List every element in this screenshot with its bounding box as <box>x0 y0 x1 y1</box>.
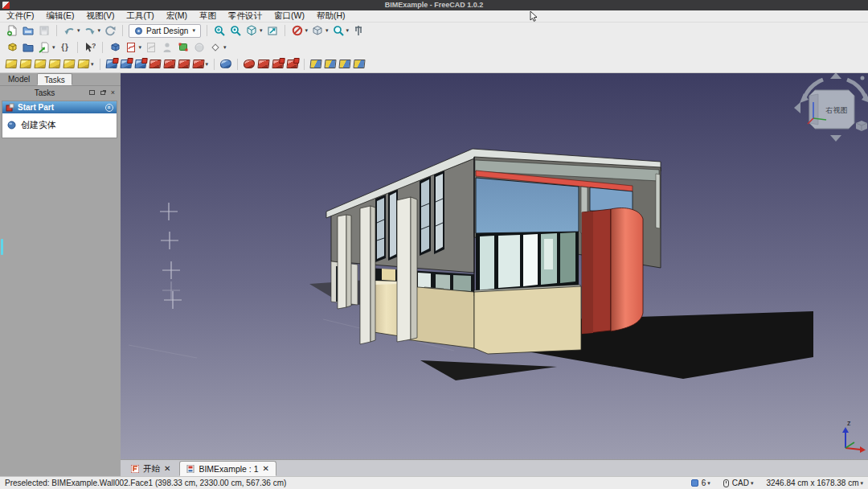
pad-icon[interactable] <box>5 60 17 68</box>
additive-primitive-icon[interactable] <box>77 60 89 68</box>
freecad-icon <box>131 465 139 473</box>
tab-tasks[interactable]: Tasks <box>37 73 72 85</box>
window-title: BIMExample - FreeCAD 1.0.2 <box>0 0 868 10</box>
create-body-icon[interactable] <box>108 41 121 54</box>
pocket-icon[interactable] <box>105 60 117 68</box>
toolbar-separator <box>102 42 103 53</box>
chevron-down-icon[interactable]: ▾ <box>346 27 350 34</box>
group-icon[interactable] <box>22 41 35 54</box>
subtractive-sweep-icon[interactable] <box>163 60 175 68</box>
chevron-down-icon[interactable]: ▾ <box>305 27 309 34</box>
whats-this-icon[interactable]: ? <box>84 41 96 54</box>
menu-windows[interactable]: 窗口(W) <box>274 10 305 22</box>
tab-start-page[interactable]: 开始 ✕ <box>125 461 177 476</box>
chevron-down-icon[interactable]: ▾ <box>206 61 209 68</box>
create-solid-label: 创建实体 <box>21 119 56 131</box>
view-dimensions-indicator[interactable]: 3246.84 cm x 1678.38 cm ▾ <box>766 479 863 487</box>
create-datum-icon[interactable] <box>209 41 222 54</box>
refresh-icon[interactable] <box>104 24 117 37</box>
menu-file[interactable]: 文件(F) <box>6 10 34 22</box>
chamfer-icon[interactable] <box>257 60 269 68</box>
save-icon[interactable] <box>38 24 51 37</box>
chevron-down-icon[interactable]: ▾ <box>98 27 101 34</box>
close-icon[interactable]: ✕ <box>263 464 269 473</box>
menu-macro[interactable]: 宏(M) <box>166 10 187 22</box>
chevron-down-icon[interactable]: ▾ <box>139 44 142 51</box>
panel-close-button[interactable]: × <box>108 88 117 97</box>
undo-icon[interactable] <box>63 24 76 37</box>
polar-pattern-icon[interactable] <box>338 60 350 68</box>
map-sketch-icon[interactable] <box>161 41 174 54</box>
fit-all-icon[interactable] <box>213 24 226 37</box>
chevron-down-icon[interactable]: ▾ <box>260 27 263 34</box>
panel-undock-button[interactable] <box>98 88 107 97</box>
edit-sketch-icon[interactable] <box>145 41 158 54</box>
create-sketch-icon[interactable] <box>125 41 137 54</box>
panel-float-button[interactable] <box>88 88 96 97</box>
shape-binder-icon[interactable] <box>177 41 190 54</box>
fit-selection-icon[interactable] <box>229 24 242 37</box>
additive-sweep-icon[interactable] <box>48 60 60 68</box>
expression-editor-icon[interactable]: { } <box>59 41 72 54</box>
mirrored-icon[interactable] <box>309 60 321 68</box>
part-icon[interactable] <box>6 41 18 54</box>
toolbar-separator <box>122 25 123 36</box>
3d-viewport[interactable]: 右视图 z <box>121 73 868 459</box>
menu-tools[interactable]: 工具(T) <box>126 10 154 22</box>
additive-helix-icon[interactable] <box>63 60 75 68</box>
workbench-selector[interactable]: Part Design ▾ <box>129 24 201 38</box>
make-link-icon[interactable] <box>38 41 51 54</box>
groove-icon[interactable] <box>134 60 146 68</box>
draw-style-icon[interactable] <box>311 24 324 37</box>
additive-loft-icon[interactable] <box>34 60 46 68</box>
close-icon[interactable]: ✕ <box>164 464 170 473</box>
menu-help[interactable]: 帮助(H) <box>317 10 346 22</box>
nav-style-selector[interactable]: CAD ▾ <box>723 479 754 487</box>
measure-icon[interactable] <box>352 24 365 37</box>
menu-view[interactable]: 视图(V) <box>86 10 114 22</box>
wall-salmon-curved <box>611 208 643 332</box>
start-part-label: Start Part <box>18 103 54 112</box>
toolbar-partdesign: ▾ ▾ <box>0 55 868 73</box>
chevron-down-icon[interactable]: ▾ <box>223 44 227 51</box>
redo-icon[interactable] <box>84 24 96 37</box>
linear-pattern-icon[interactable] <box>324 60 336 68</box>
subtractive-loft-icon[interactable] <box>149 60 161 68</box>
decimals-selector[interactable]: 6 ▾ <box>691 479 710 487</box>
wall-cream-right <box>474 286 581 354</box>
subtractive-helix-icon[interactable] <box>178 60 190 68</box>
viewport-scene[interactable]: 右视图 z <box>121 73 868 459</box>
multitransform-icon[interactable] <box>353 60 365 68</box>
axonometric-view-icon[interactable] <box>245 24 258 37</box>
chevron-down-icon[interactable]: ▾ <box>77 27 80 34</box>
draft-icon[interactable] <box>272 60 284 68</box>
menu-partdesign[interactable]: 零件设计 <box>228 10 262 22</box>
chevron-down-icon[interactable]: ▾ <box>91 61 94 68</box>
tab-model[interactable]: Model <box>2 73 36 85</box>
thickness-icon[interactable] <box>286 60 298 68</box>
chevron-down-icon[interactable]: ▾ <box>52 44 55 51</box>
boolean-operation-icon[interactable] <box>219 60 231 68</box>
menu-edit[interactable]: 编辑(E) <box>46 10 74 22</box>
open-document-icon[interactable] <box>22 24 35 37</box>
sync-view-icon[interactable] <box>266 24 279 37</box>
document-icon <box>186 465 194 473</box>
panel-title: Tasks <box>3 88 86 97</box>
create-solid-item[interactable]: 创建实体 <box>2 113 117 138</box>
revolution-icon[interactable] <box>19 60 31 68</box>
collapse-icon[interactable]: » <box>105 104 113 112</box>
tab-document[interactable]: BIMExample : 1 ✕ <box>179 461 276 476</box>
clone-icon[interactable] <box>193 41 206 54</box>
subtractive-primitive-icon[interactable] <box>192 60 204 68</box>
mouse-icon <box>723 479 729 487</box>
title-bar[interactable]: BIMExample - FreeCAD 1.0.2 <box>0 0 868 10</box>
hole-icon[interactable] <box>120 60 132 68</box>
combo-view-panel: Model Tasks Tasks × Start Part » 创建实体 <box>0 73 121 476</box>
menu-sketch[interactable]: 草图 <box>199 10 216 22</box>
start-part-header[interactable]: Start Part » <box>2 101 117 113</box>
fillet-icon[interactable] <box>243 60 255 68</box>
clipping-plane-icon[interactable] <box>291 24 304 37</box>
zoom-tools-icon[interactable] <box>332 24 345 37</box>
new-document-icon[interactable] <box>6 24 18 37</box>
chevron-down-icon[interactable]: ▾ <box>326 27 329 34</box>
